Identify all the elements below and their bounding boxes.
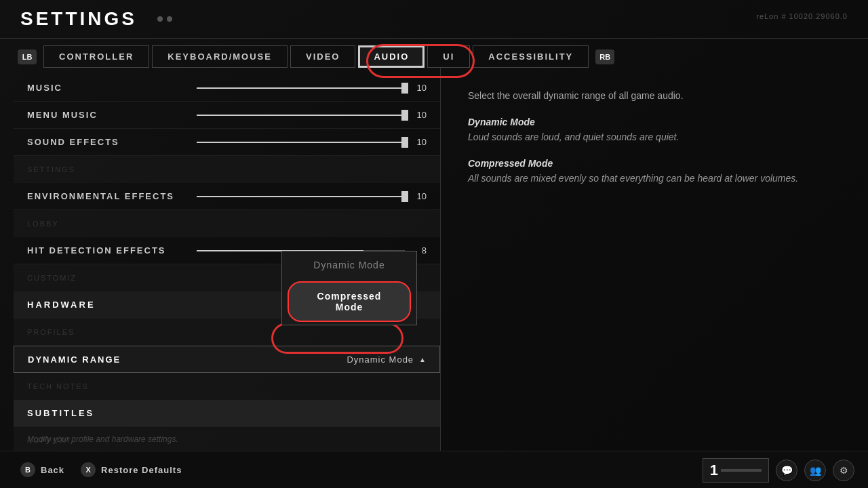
screen: SETTINGS reLon # 10020.29060.0 LB CONTRO… <box>0 0 868 488</box>
player-badge: 1 <box>703 458 769 483</box>
section-profiles-label: PROFILES <box>27 328 75 336</box>
footer-hint: Modify your profile and hardware setting… <box>27 434 178 444</box>
tab-controller[interactable]: CONTROLLER <box>43 45 149 68</box>
desc-compressed-desc: All sounds are mixed evenly so that ever… <box>468 171 827 186</box>
sound-effects-fill <box>197 142 405 143</box>
back-btn-badge: B <box>20 462 35 477</box>
hardware-label: HARDWARE <box>27 300 96 310</box>
dynamic-range-popup: Dynamic Mode Compressed Mode <box>281 251 417 325</box>
chat-icon-btn[interactable]: 💬 <box>776 460 797 481</box>
subtitles-label: SUBTITLES <box>27 408 94 418</box>
back-label: Back <box>41 465 64 475</box>
restore-label: Restore Defaults <box>101 465 182 475</box>
dynamic-range-value: Dynamic Mode <box>347 354 414 365</box>
menu-music-track <box>197 115 405 116</box>
music-track <box>197 87 405 89</box>
menu-music-label: MENU MUSIC <box>27 110 197 120</box>
tab-accessibility[interactable]: ACCESSIBILITY <box>473 45 589 68</box>
nav-tabs: LB CONTROLLER KEYBOARD/MOUSE VIDEO AUDIO… <box>0 45 868 68</box>
env-effects-track <box>197 196 405 197</box>
music-fill <box>197 87 405 89</box>
version-text: reLon # 10020.29060.0 <box>756 12 848 20</box>
bottom-right-controls: 1 💬 👥 ⚙ <box>703 458 854 483</box>
section-lobby-label: LOBBY <box>27 220 59 228</box>
dot-2 <box>167 16 172 22</box>
option-dynamic-mode[interactable]: Dynamic Mode <box>282 251 416 279</box>
player-number: 1 <box>710 462 718 479</box>
setting-row-menu-music: MENU MUSIC 10 <box>14 102 440 129</box>
setting-row-music: MUSIC 10 <box>14 75 440 102</box>
setting-row-dynamic-range[interactable]: DYNAMIC RANGE Dynamic Mode ▲ <box>14 346 440 373</box>
lb-badge: LB <box>18 49 37 64</box>
restore-btn-badge: X <box>81 462 96 477</box>
title-dots <box>157 16 172 22</box>
section-customiz-label: CUSTOMIZ <box>27 274 77 282</box>
dropdown-arrow-icon: ▲ <box>419 356 426 363</box>
section-lobby: LOBBY <box>14 210 440 237</box>
back-hint: B Back <box>20 462 64 477</box>
menu-music-thumb <box>401 110 408 121</box>
sound-effects-slider[interactable]: 10 <box>197 137 427 147</box>
env-effects-label: ENVIRONMENTAL EFFECTS <box>27 191 197 201</box>
option-compressed-mode[interactable]: Compressed Mode <box>288 281 411 322</box>
right-panel: Select the overall dynamic range of all … <box>441 68 854 468</box>
page-title: SETTINGS <box>20 8 137 30</box>
players-icon-btn[interactable]: 👥 <box>804 460 826 481</box>
sound-effects-thumb <box>401 137 408 148</box>
left-panel: MUSIC 10 MENU MUSIC <box>14 68 441 468</box>
desc-dynamic-title: Dynamic Mode <box>468 117 827 127</box>
env-effects-value: 10 <box>413 191 427 201</box>
tab-video[interactable]: VIDEO <box>290 45 355 68</box>
top-bar: SETTINGS reLon # 10020.29060.0 <box>0 0 868 39</box>
section-tech-notes-label: TECH NOTES <box>27 382 89 390</box>
tab-audio[interactable]: AUDIO <box>358 45 425 68</box>
menu-music-fill <box>197 115 405 116</box>
section-tech-notes: TECH NOTES <box>14 373 440 400</box>
music-thumb <box>401 83 408 94</box>
bottom-bar: B Back X Restore Defaults 1 💬 👥 ⚙ <box>0 451 868 488</box>
setting-row-sound-effects: SOUND EFFECTS 10 <box>14 129 440 156</box>
section-settings: SETTINGS <box>14 156 440 183</box>
tab-keyboard-mouse[interactable]: KEYBOARD/MOUSE <box>152 45 288 68</box>
player-bar <box>721 469 762 472</box>
settings-icon-btn[interactable]: ⚙ <box>833 460 854 481</box>
sound-effects-label: SOUND EFFECTS <box>27 137 197 147</box>
music-slider[interactable]: 10 <box>197 83 427 93</box>
main-content: MUSIC 10 MENU MUSIC <box>0 68 868 468</box>
dot-1 <box>157 16 163 22</box>
restore-hint: X Restore Defaults <box>81 462 182 477</box>
section-settings-label: SETTINGS <box>27 165 75 174</box>
sound-effects-track <box>197 142 405 143</box>
music-label: MUSIC <box>27 83 197 93</box>
desc-intro: Select the overall dynamic range of all … <box>468 88 827 103</box>
desc-dynamic-desc: Loud sounds are loud, and quiet sounds a… <box>468 130 827 144</box>
env-effects-fill <box>197 196 405 197</box>
rb-badge: RB <box>595 49 614 64</box>
env-effects-slider[interactable]: 10 <box>197 191 427 201</box>
tab-ui[interactable]: UI <box>427 45 470 68</box>
env-effects-thumb <box>401 191 408 202</box>
music-value: 10 <box>413 83 427 93</box>
hit-detection-label: HIT DETECTION EFFECTS <box>27 245 197 256</box>
section-subtitles-header: SUBTITLES <box>14 400 440 427</box>
dynamic-range-label: DYNAMIC RANGE <box>28 354 197 365</box>
dynamic-range-dropdown[interactable]: Dynamic Mode ▲ <box>197 354 426 365</box>
sound-effects-value: 10 <box>413 137 427 147</box>
setting-row-env-effects: ENVIRONMENTAL EFFECTS 10 <box>14 183 440 210</box>
desc-compressed-title: Compressed Mode <box>468 158 827 169</box>
menu-music-slider[interactable]: 10 <box>197 110 427 120</box>
menu-music-value: 10 <box>413 110 427 120</box>
